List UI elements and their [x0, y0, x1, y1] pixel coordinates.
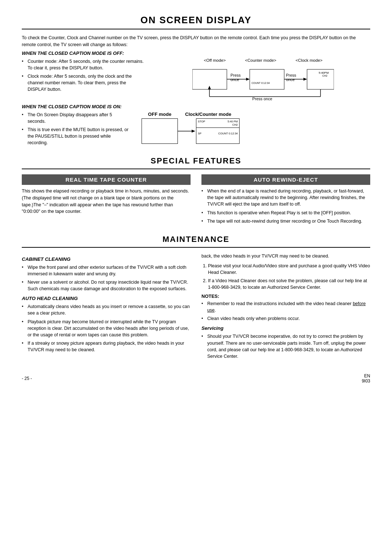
mode-diagram: <Off mode> <Counter mode> <Clock mode> P…: [156, 58, 370, 100]
numbered-item-1: Please visit your local Audio/Video stor…: [208, 263, 370, 276]
cc-on-heading: WHEN THE CLOSED CAPTION MODE IS ON:: [22, 104, 370, 109]
cc-on-section: WHEN THE CLOSED CAPTION MODE IS ON: The …: [22, 104, 370, 149]
cabinet-bullets: Wipe the front panel and other exterior …: [22, 264, 191, 292]
auto-head-bullet-3: If a streaky or snowy picture appears du…: [22, 340, 191, 353]
off-clock-boxes: STOP 5:40 PM CH2 SP COUNT 0:12:34: [142, 118, 370, 144]
auto-rewind-bullets: When the end of a tape is reached during…: [201, 188, 370, 224]
svg-text:Press: Press: [286, 73, 297, 77]
auto-head-heading: AUTO HEAD CLEANING: [22, 296, 191, 301]
maintenance-right-col: back, the video heads in your TV/VCR may…: [201, 253, 370, 362]
clock-counter-top-row: STOP 5:40 PM CH2: [196, 119, 239, 128]
page-footer: - 25 - EN 9I03: [22, 373, 370, 384]
cc-on-right-col: OFF mode Clock/Counter mode STOP 5:40 PM: [142, 112, 370, 149]
servicing-bullets: Should your TV/VCR become inoperative, d…: [201, 333, 370, 360]
cabinet-bullet-1: Wipe the front panel and other exterior …: [22, 264, 191, 277]
footer-lang: EN: [362, 373, 370, 378]
svg-rect-5: [250, 69, 284, 89]
clock-counter-sp: SP: [198, 132, 201, 135]
maintenance-title: Maintenance: [22, 235, 370, 244]
clock-mode-label: <Clock mode>: [295, 58, 322, 62]
cc-off-heading: WHEN THE CLOSED CAPTION MODE IS OFF:: [22, 50, 370, 56]
cc-on-bullet-list: The On Screen Display disappears after 5…: [22, 112, 131, 146]
numbered-list: Please visit your local Audio/Video stor…: [201, 263, 370, 291]
auto-head-bullet-1: Automatically cleans video heads as you …: [22, 303, 191, 316]
cc-off-bullet-2: Clock mode: After 5 seconds, only the cl…: [22, 73, 145, 93]
auto-rewind-bullet-3: The tape will not auto-rewind during tim…: [201, 218, 370, 224]
cc-off-section: Counter mode: After 5 seconds, only the …: [22, 58, 370, 100]
off-clock-labels: OFF mode Clock/Counter mode: [142, 112, 370, 117]
cc-on-layout: The On Screen Display disappears after 5…: [22, 112, 370, 149]
cabinet-bullet-2: Never use a solvent or alcohol. Do not s…: [22, 279, 191, 292]
svg-text:COUNT 0:12:34: COUNT 0:12:34: [252, 82, 270, 84]
real-time-heading: Real Time Tape Counter: [22, 174, 191, 185]
svg-marker-2: [246, 78, 250, 81]
clock-counter-bottom-row: SP COUNT 0:12:34: [196, 131, 239, 136]
footer-right: EN 9I03: [362, 373, 370, 384]
mode-flow-diagram: Press once COUNT 0:12:34 Press once 5:40…: [192, 64, 334, 100]
notes-bullet-2: Clean video heads only when problems occ…: [201, 315, 370, 322]
off-mode-box: [142, 118, 178, 144]
clock-counter-stop: STOP: [198, 120, 205, 126]
off-mode-text: OFF mode: [142, 112, 178, 117]
clock-counter-box: STOP 5:40 PM CH2 SP COUNT 0:12:34: [196, 118, 240, 144]
special-features-title: Special Features: [22, 156, 370, 166]
svg-text:CH2: CH2: [322, 74, 327, 77]
cc-off-bullets-col: Counter mode: After 5 seconds, only the …: [22, 58, 145, 100]
footer-code: 9I03: [362, 378, 370, 384]
special-features-grid: Real Time Tape Counter This shows the el…: [22, 174, 370, 227]
right-col-text: back, the video heads in your TV/VCR may…: [201, 253, 370, 260]
svg-text:Press: Press: [230, 73, 241, 77]
auto-rewind-heading: Auto Rewind-Eject: [201, 174, 370, 185]
cc-off-diagram-col: <Off mode> <Counter mode> <Clock mode> P…: [152, 58, 370, 100]
auto-head-bullets: Automatically cleans video heads as you …: [22, 303, 191, 353]
svg-text:5:40PM: 5:40PM: [319, 71, 329, 74]
numbered-item-2: If a Video Head Cleaner does not solve t…: [208, 278, 370, 291]
auto-rewind-col: Auto Rewind-Eject When the end of a tape…: [201, 174, 370, 227]
cc-on-left-col: The On Screen Display disappears after 5…: [22, 112, 131, 149]
maintenance-grid: CABINET CLEANING Wipe the front panel an…: [22, 253, 370, 362]
servicing-bullet-1: Should your TV/VCR become inoperative, d…: [201, 333, 370, 360]
off-to-clock-arrow: [178, 127, 196, 135]
auto-head-bullet-2: Playback picture may become blurred or i…: [22, 319, 191, 338]
title-rule: [22, 29, 370, 29]
svg-marker-8: [303, 78, 307, 81]
footer-page-num: - 25 -: [22, 376, 32, 381]
clock-counter-mode-text: Clock/Counter mode: [185, 112, 231, 117]
clock-counter-count: COUNT 0:12:34: [218, 132, 238, 135]
auto-rewind-bullet-2: This function is operative when Repeat P…: [201, 210, 370, 216]
auto-rewind-bullet-1: When the end of a tape is reached during…: [201, 188, 370, 207]
page-title: On Screen Display: [22, 15, 370, 26]
maintenance-left-col: CABINET CLEANING Wipe the front panel an…: [22, 253, 191, 362]
notes-bullet-1: Remember to read the instructions includ…: [201, 300, 370, 313]
svg-text:Press once: Press once: [252, 97, 272, 100]
cc-off-bullet-list: Counter mode: After 5 seconds, only the …: [22, 58, 145, 93]
notes-label: NOTES:: [201, 293, 370, 299]
real-time-col: Real Time Tape Counter This shows the el…: [22, 174, 191, 227]
servicing-heading: Servicing: [201, 325, 370, 331]
mode-labels-row: <Off mode> <Counter mode> <Clock mode>: [194, 58, 332, 62]
clock-counter-time-display: 5:40 PM CH2: [228, 120, 238, 126]
cabinet-heading: CABINET CLEANING: [22, 256, 191, 262]
svg-text:once: once: [230, 77, 239, 82]
svg-marker-20: [192, 130, 195, 133]
maintenance-rule: [22, 247, 370, 248]
off-mode-label: <Off mode>: [204, 58, 226, 62]
special-features-rule: [22, 169, 370, 169]
svg-text:once: once: [286, 77, 295, 82]
real-time-text: This shows the elapsed recording or play…: [22, 188, 191, 215]
cc-on-bullet-1: The On Screen Display disappears after 5…: [22, 112, 131, 125]
notes-bullets: Remember to read the instructions includ…: [201, 300, 370, 322]
cc-off-bullet-1: Counter mode: After 5 seconds, only the …: [22, 58, 145, 71]
intro-text: To check the Counter, Clock and Channel …: [22, 35, 370, 48]
counter-mode-label: <Counter mode>: [245, 58, 276, 62]
underline-before-use: before use: [207, 301, 366, 313]
cc-on-bullet-2: This is true even if the MUTE button is …: [22, 126, 131, 146]
